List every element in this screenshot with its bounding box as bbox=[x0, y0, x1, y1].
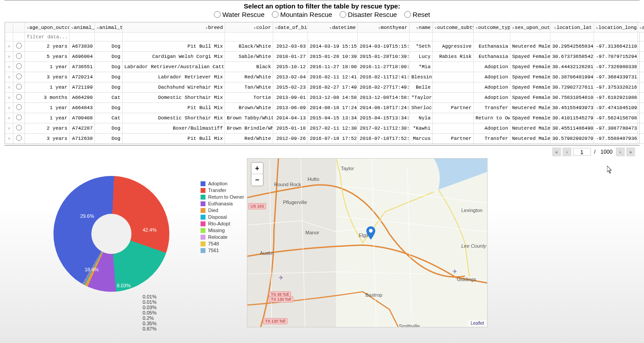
row-select-radio[interactable] bbox=[16, 74, 22, 79]
cell-breed: Cardigan Welsh Corgi Mix bbox=[123, 52, 225, 62]
cell-date_of_birth: 2014-04-13 bbox=[273, 113, 308, 123]
legend-item[interactable]: Missing bbox=[201, 227, 244, 233]
cell-animal_id: A664843 bbox=[70, 103, 95, 113]
legend-item[interactable]: 7561 bbox=[201, 247, 244, 253]
table-row[interactable]: ×2 yearsA742287DogBoxer/BullmastiffBrown… bbox=[5, 123, 644, 134]
row-delete-icon[interactable]: × bbox=[5, 123, 13, 134]
row-delete-icon[interactable]: × bbox=[5, 62, 13, 72]
col-outcome_type[interactable]: ⇅outcome_type bbox=[474, 23, 510, 33]
row-select-radio[interactable] bbox=[16, 104, 22, 110]
row-delete-icon[interactable]: × bbox=[5, 82, 13, 93]
row-delete-icon[interactable]: × bbox=[5, 93, 13, 103]
cell-outcome_type: Euthanasia bbox=[474, 52, 510, 62]
table-row[interactable]: ×1 yearA664843DogPit Bull MixBrown/White… bbox=[5, 103, 644, 113]
legend-item[interactable]: 7548 bbox=[201, 241, 244, 247]
page-current-input[interactable] bbox=[573, 148, 591, 156]
row-select-radio[interactable] bbox=[16, 53, 22, 59]
cell-location_lat: 30.5798299207017 bbox=[550, 134, 594, 144]
row-select-radio[interactable] bbox=[16, 63, 22, 69]
row-select-radio[interactable] bbox=[16, 114, 22, 120]
map-city-label: Hutto bbox=[308, 176, 319, 182]
cell-name: *Taylor bbox=[410, 93, 433, 103]
row-delete-icon[interactable]: × bbox=[5, 113, 13, 123]
col-age[interactable]: ⇅age bbox=[638, 23, 644, 33]
cell-age_upon_outcome: 2 years bbox=[25, 123, 70, 134]
filter-option-reset[interactable]: Reset bbox=[404, 11, 430, 18]
radio-disaster[interactable] bbox=[340, 11, 346, 18]
cell-monthyear: 2016-02-27T17:49:00 bbox=[358, 82, 410, 93]
slice-pct-label: 0.2% bbox=[143, 315, 154, 321]
cell-outcome_type: Adoption bbox=[474, 72, 510, 82]
page-last-button[interactable]: » bbox=[626, 147, 635, 156]
col-color[interactable]: ⇅color bbox=[225, 23, 273, 33]
table-row[interactable]: ×5 yearsA696004DogCardigan Welsh Corgi M… bbox=[5, 52, 644, 62]
legend-item[interactable]: Adoption bbox=[201, 180, 244, 187]
col-monthyear[interactable]: ⇅monthyear bbox=[358, 23, 410, 33]
map-city-label: Giddings bbox=[457, 277, 476, 282]
legend-swatch bbox=[201, 208, 205, 213]
legend-item[interactable]: Euthanasia bbox=[201, 200, 244, 207]
row-select-radio[interactable] bbox=[16, 94, 22, 100]
radio-water[interactable] bbox=[214, 11, 221, 18]
table-row[interactable]: ×1 yearA736551DogLabrador Retriever/Aust… bbox=[5, 62, 644, 72]
table-row[interactable]: ×3 yearsA720214DogLabrador Retriever Mix… bbox=[5, 72, 644, 82]
zoom-in-button[interactable]: + bbox=[251, 163, 263, 174]
filter-input[interactable] bbox=[27, 34, 67, 40]
col-location_lat[interactable]: ⇅location_lat bbox=[550, 23, 594, 33]
cell-monthyear: 2015-01-28T10:39:00 bbox=[358, 52, 410, 62]
col-datetime[interactable]: ⇅datetime bbox=[308, 23, 358, 33]
col-date_of_birth[interactable]: ⇅date_of_birth bbox=[273, 23, 308, 33]
cell-location_long: -97.474104510925 bbox=[594, 103, 638, 113]
table-row[interactable]: ×3 yearsA712638DogPit Bull MixRed/White2… bbox=[5, 134, 644, 144]
row-delete-icon[interactable]: × bbox=[5, 103, 13, 113]
col-location_long[interactable]: ⇅location_long bbox=[594, 23, 638, 33]
legend-item[interactable]: Transfer bbox=[201, 187, 244, 193]
map[interactable]: Round RockTaylorHuttoPflugervilleManorEl… bbox=[247, 158, 488, 327]
filter-option-disaster[interactable]: Disaster Rescue bbox=[340, 11, 397, 18]
cell-animal_id: A720214 bbox=[70, 72, 95, 82]
legend-swatch bbox=[201, 201, 205, 206]
row-delete-icon[interactable]: × bbox=[5, 41, 13, 52]
legend-item[interactable]: Return to Owner bbox=[201, 194, 244, 200]
legend-label: Missing bbox=[208, 228, 225, 233]
row-delete-icon[interactable]: × bbox=[5, 134, 13, 144]
col-sex_upon_outcome[interactable]: ⇅sex_upon_outcome bbox=[510, 23, 550, 33]
radio-reset[interactable] bbox=[404, 11, 411, 18]
page-prev-button[interactable]: ‹ bbox=[562, 147, 571, 156]
zoom-out-button[interactable]: − bbox=[251, 174, 263, 186]
page-first-button[interactable]: « bbox=[552, 147, 561, 156]
col-animal_id[interactable]: ⇅animal_id bbox=[70, 23, 95, 33]
row-select-radio[interactable] bbox=[16, 135, 22, 141]
table-row[interactable]: ×3 monthsA664290CatDomestic Shorthair Mi… bbox=[5, 93, 644, 103]
map-city-label: Smithville bbox=[399, 323, 420, 327]
table-row[interactable]: ×1 yearA700408CatDomestic Shorthair MixB… bbox=[5, 113, 644, 123]
cell-date_of_birth: 2010-01-27 bbox=[273, 52, 308, 62]
cell-location_long: -97.3684339731375 bbox=[594, 72, 638, 82]
cell-animal_type: Dog bbox=[95, 134, 123, 144]
legend-item[interactable]: Died bbox=[201, 207, 244, 213]
radio-mountain[interactable] bbox=[272, 11, 279, 18]
cell-outcome_type: Return to Owner bbox=[474, 113, 510, 123]
legend-item[interactable]: Rto-Adopt bbox=[201, 220, 244, 227]
row-select-radio[interactable] bbox=[16, 125, 22, 131]
row-select-radio[interactable] bbox=[16, 84, 22, 90]
filter-option-mountain[interactable]: Mountain Rescue bbox=[272, 11, 332, 18]
table-row[interactable]: ×1 yearA721199DogDachshund Wirehair MixT… bbox=[5, 82, 644, 93]
row-delete-icon[interactable]: × bbox=[5, 52, 13, 62]
page-next-button[interactable]: › bbox=[616, 147, 625, 156]
col-breed[interactable]: ⇅breed bbox=[123, 23, 225, 33]
col-outcome_subtype[interactable]: ⇅outcome_subtype bbox=[433, 23, 474, 33]
map-marker-icon[interactable] bbox=[366, 226, 376, 240]
cell-age_upon_outcome: 3 years bbox=[25, 72, 70, 82]
row-select-radio[interactable] bbox=[16, 43, 22, 49]
col-age_upon_outcome[interactable]: ⇅age_upon_outcome bbox=[25, 23, 70, 33]
map-attribution[interactable]: Leaflet bbox=[468, 320, 486, 326]
table-row[interactable]: ×2 yearsA673830DogPit Bull MixBlack/Whit… bbox=[5, 41, 644, 52]
legend-item[interactable]: Relocate bbox=[201, 234, 244, 240]
cell-outcome_subtype: Partner bbox=[433, 103, 474, 113]
filter-option-water[interactable]: Water Rescue bbox=[214, 11, 264, 18]
legend-item[interactable]: Disposal bbox=[201, 214, 244, 220]
col-name[interactable]: ⇅name bbox=[410, 23, 433, 33]
col-animal_type[interactable]: ⇅animal_type bbox=[95, 23, 123, 33]
row-delete-icon[interactable]: × bbox=[5, 72, 13, 82]
